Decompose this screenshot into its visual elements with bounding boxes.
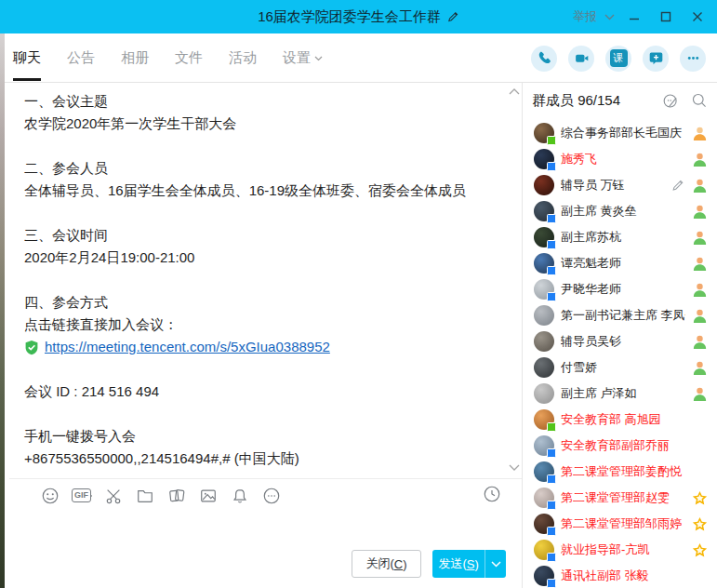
member-name: 第二课堂管理部邹雨婷: [561, 515, 685, 532]
avatar: [534, 461, 554, 482]
member-row[interactable]: 副主席 卢泽如: [523, 381, 717, 407]
member-row[interactable]: 安全教育部副部乔丽: [523, 433, 717, 459]
maximize-button[interactable]: [654, 5, 678, 29]
member-name: 就业指导部-亢凯: [561, 541, 685, 558]
chat-text-line: 手机一键拨号入会: [24, 425, 499, 448]
member-row[interactable]: 安全教育部 高旭园: [523, 407, 717, 433]
header-action-icons: 课: [531, 33, 706, 83]
chevron-down-icon: [314, 56, 323, 61]
online-badge: [547, 422, 556, 432]
online-badge: [547, 266, 556, 275]
avatar: [534, 227, 554, 247]
send-button[interactable]: 发送(S): [432, 550, 506, 578]
chat-text-line: 四、参会方式: [24, 291, 499, 314]
avatar: [534, 175, 554, 195]
blank-line: [24, 358, 499, 381]
online-badge: [547, 553, 556, 562]
member-row[interactable]: 副主席 黄炎垒: [523, 198, 717, 224]
message-input[interactable]: [9, 512, 526, 547]
avatar: [534, 488, 554, 508]
member-row[interactable]: 尹晓华老师: [523, 276, 717, 302]
chat-text-line: 点击链接直接加入会议：: [24, 314, 499, 336]
image-icon[interactable]: [198, 486, 219, 506]
online-badge: [547, 292, 556, 301]
add-post-icon[interactable]: [643, 46, 669, 72]
blank-line: [24, 269, 499, 291]
tab-公告[interactable]: 公告: [67, 33, 95, 83]
chat-panel: 一、会议主题农学院2020年第一次学生干部大会二、参会人员全体辅导员、16届学生…: [5, 83, 522, 588]
tab-活动[interactable]: 活动: [229, 33, 257, 83]
online-badge: [547, 136, 556, 145]
member-row[interactable]: 第二课堂管理部姜酌悦: [523, 459, 717, 485]
anonymous-chat-icon[interactable]: [662, 92, 680, 110]
member-name: 副主席苏杭: [561, 229, 685, 246]
shake-window-icon[interactable]: [166, 486, 187, 506]
send-label: 发送(: [438, 555, 466, 572]
member-level-person-icon: [692, 152, 708, 167]
member-level-person-icon: [692, 178, 708, 194]
meeting-link[interactable]: https://meeting.tencent.com/s/5xGIua0388…: [45, 336, 330, 358]
search-icon[interactable]: [691, 92, 708, 109]
gif-icon[interactable]: GIF: [72, 486, 92, 506]
avatar: [534, 357, 554, 378]
member-row[interactable]: 第二课堂管理部邹雨婷: [523, 511, 717, 537]
member-name: 辅导员吴钐: [561, 333, 685, 350]
chat-text-line: +8675536550000,,214516494#,# (中国大陆): [24, 448, 499, 470]
close-button[interactable]: [685, 5, 710, 29]
tab-聊天[interactable]: 聊天: [13, 33, 41, 83]
screenshot-scissors-icon[interactable]: [103, 486, 124, 506]
input-toolbar: GIF: [9, 478, 526, 512]
chat-text-line: 一、会议主题: [24, 90, 499, 113]
send-options-chevron-icon[interactable]: [485, 550, 506, 578]
member-row[interactable]: 就业指导部-亢凯: [523, 537, 717, 563]
file-folder-icon[interactable]: [135, 486, 155, 506]
member-row[interactable]: 第一副书记兼主席 李凤仪: [523, 302, 717, 328]
member-name: 第二课堂管理部赵雯: [561, 489, 685, 506]
member-row[interactable]: 通讯社副部 张毅: [523, 563, 717, 588]
star-icon: [692, 516, 708, 532]
report-button[interactable]: 举报: [573, 8, 597, 25]
online-badge: [547, 214, 556, 223]
close-chat-button[interactable]: 关闭(C): [352, 550, 421, 578]
member-row[interactable]: 付雪娇: [523, 354, 717, 381]
members-count-title: 群成员 96/154: [532, 92, 620, 110]
edit-title-icon[interactable]: [446, 10, 459, 23]
video-call-icon[interactable]: [568, 46, 594, 72]
tab-label: 公告: [67, 49, 95, 67]
notify-bell-icon[interactable]: [230, 486, 250, 506]
scroll-down-icon[interactable]: [508, 463, 521, 473]
close-label: 关闭(: [365, 555, 393, 572]
tab-相册[interactable]: 相册: [121, 33, 149, 83]
member-row[interactable]: 施秀飞: [523, 146, 717, 172]
member-level-person-icon: [692, 256, 708, 272]
avatar: [534, 279, 554, 300]
member-name: 安全教育部副部乔丽: [561, 437, 708, 454]
tab-文件[interactable]: 文件: [175, 33, 203, 83]
emoji-icon[interactable]: [40, 486, 60, 506]
member-row[interactable]: 综合事务部部长毛国庆: [523, 120, 717, 146]
online-badge: [547, 579, 556, 588]
member-row[interactable]: 辅导员吴钐: [523, 328, 717, 354]
minimize-button[interactable]: [622, 5, 646, 29]
member-row[interactable]: 第二课堂管理部赵雯: [523, 485, 717, 511]
avatar: [534, 253, 554, 274]
more-tools-icon[interactable]: [261, 486, 282, 506]
tab-label: 聊天: [13, 49, 41, 67]
scroll-up-icon[interactable]: [508, 87, 521, 96]
avatar: [534, 540, 554, 560]
voice-call-icon[interactable]: [531, 46, 557, 72]
message-history-icon[interactable]: [483, 485, 503, 505]
more-icon[interactable]: [680, 46, 706, 72]
tab-bar-tabs: 聊天公告相册文件活动设置: [13, 33, 323, 83]
member-name: 辅导员 万钰: [561, 177, 664, 194]
report-chevron-icon[interactable]: [604, 14, 615, 20]
send-label-wrap[interactable]: 发送(S): [432, 550, 485, 578]
member-row[interactable]: 谭亮魁老师: [523, 250, 717, 276]
member-row[interactable]: 辅导员 万钰: [523, 172, 717, 198]
avatar: [534, 305, 554, 326]
edit-member-card-icon[interactable]: [671, 178, 685, 193]
member-row[interactable]: 副主席苏杭: [523, 224, 717, 250]
class-icon[interactable]: 课: [605, 46, 631, 72]
chat-text-line: 全体辅导员、16届学生会全体成员、16-19级全体班委、宿委会全体成员: [24, 180, 499, 202]
tab-设置[interactable]: 设置: [283, 33, 323, 83]
